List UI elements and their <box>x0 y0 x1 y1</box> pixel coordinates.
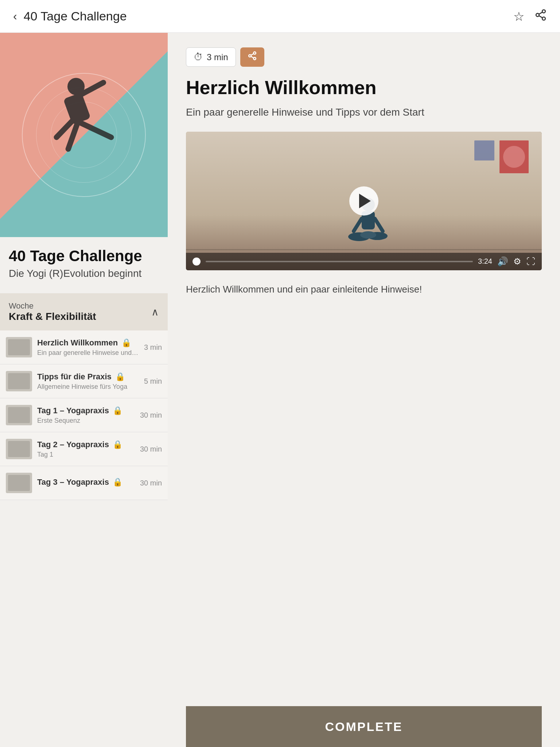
yoga-figure <box>44 75 124 184</box>
svg-line-22 <box>375 218 383 231</box>
header-right: ☆ <box>513 9 547 24</box>
left-title: 40 Tage Challenge <box>9 247 159 265</box>
course-info: Tipps für die Praxis 🔒 Allgemeine Hinwei… <box>37 372 139 391</box>
progress-dot[interactable] <box>192 258 201 266</box>
lock-icon: 🔒 <box>113 440 122 449</box>
list-item[interactable]: Herzlich Willkommen 🔒 Ein paar generelle… <box>0 330 168 364</box>
left-info: 40 Tage Challenge Die Yogi (R)Evolution … <box>0 237 168 286</box>
svg-line-14 <box>251 57 253 58</box>
volume-icon[interactable]: 🔊 <box>497 256 508 267</box>
svg-line-21 <box>354 218 362 231</box>
svg-line-3 <box>539 16 542 18</box>
course-name: Tag 2 – Yogapraxis 🔒 <box>37 440 135 449</box>
course-name: Herzlich Willkommen 🔒 <box>37 338 139 348</box>
course-desc: Ein paar generelle Hinweise und Tipps vo… <box>37 349 139 357</box>
svg-line-9 <box>78 122 111 138</box>
progress-bar[interactable] <box>206 261 473 262</box>
course-thumbnail <box>6 439 32 459</box>
header-left: ‹ 40 Tage Challenge <box>13 9 127 23</box>
left-subtitle: Die Yogi (R)Evolution beginnt <box>9 268 159 279</box>
header-title: 40 Tage Challenge <box>24 9 127 23</box>
link-icon <box>248 51 257 63</box>
main-layout: 40 Tage Challenge Die Yogi (R)Evolution … <box>0 33 560 747</box>
course-thumbnail <box>6 473 32 493</box>
lock-icon: 🔒 <box>115 372 125 382</box>
course-duration: 30 min <box>140 445 162 453</box>
course-desc: Erste Sequenz <box>37 417 135 425</box>
course-thumbnail <box>6 405 32 425</box>
complete-button[interactable]: COMPLETE <box>186 706 542 747</box>
settings-icon[interactable]: ⚙ <box>513 256 521 267</box>
lock-icon: 🔒 <box>121 338 131 348</box>
lock-icon: 🔒 <box>113 406 122 415</box>
course-name: Tag 1 – Yogapraxis 🔒 <box>37 406 135 415</box>
list-item[interactable]: Tag 2 – Yogapraxis 🔒 Tag 1 30 min <box>0 432 168 466</box>
week-section[interactable]: Woche Kraft & Flexibilität ∧ <box>0 293 168 330</box>
clock-icon: ⏱ <box>194 51 203 63</box>
duration-label: 3 min <box>207 52 228 62</box>
fullscreen-icon[interactable]: ⛶ <box>526 256 535 267</box>
back-button[interactable]: ‹ <box>13 9 17 23</box>
course-info: Tag 1 – Yogapraxis 🔒 Erste Sequenz <box>37 406 135 425</box>
time-label: 3:24 <box>478 257 492 266</box>
course-duration: 3 min <box>144 343 162 352</box>
course-info: Tag 3 – Yogapraxis 🔒 <box>37 477 135 488</box>
lock-icon: 🔒 <box>113 477 122 487</box>
duration-badge: ⏱ 3 min <box>186 47 236 67</box>
room-artwork <box>499 140 529 173</box>
course-desc: Allgemeine Hinweise fürs Yoga <box>37 383 139 391</box>
svg-line-15 <box>251 54 253 55</box>
spacer <box>186 311 542 706</box>
list-item[interactable]: Tag 3 – Yogapraxis 🔒 30 min <box>0 466 168 500</box>
week-title: Kraft & Flexibilität <box>9 311 96 322</box>
course-thumbnail <box>6 337 32 357</box>
svg-point-20 <box>360 231 376 239</box>
hero-image <box>0 33 168 237</box>
header: ‹ 40 Tage Challenge ☆ <box>0 0 560 33</box>
right-title: Herzlich Willkommen <box>186 77 542 99</box>
left-panel: 40 Tage Challenge Die Yogi (R)Evolution … <box>0 33 168 747</box>
complete-area: COMPLETE <box>186 706 542 747</box>
right-body-text: Herzlich Willkommen und ein paar einleit… <box>186 282 542 297</box>
share-icon[interactable] <box>534 9 547 24</box>
course-desc: Tag 1 <box>37 451 135 458</box>
room-artwork-small <box>474 140 494 160</box>
week-label: Woche <box>9 301 96 311</box>
right-panel: ⏱ 3 min Herzlich Willkommen Ein paar gen… <box>168 33 560 747</box>
play-triangle-icon <box>359 194 371 208</box>
list-item[interactable]: Tag 1 – Yogapraxis 🔒 Erste Sequenz 30 mi… <box>0 398 168 432</box>
course-name: Tag 3 – Yogapraxis 🔒 <box>37 477 135 487</box>
link-badge[interactable] <box>240 47 264 67</box>
video-controls: 3:24 🔊 ⚙ ⛶ <box>186 253 542 270</box>
svg-line-4 <box>539 12 542 14</box>
chevron-up-icon[interactable]: ∧ <box>151 306 159 318</box>
course-duration: 30 min <box>140 479 162 487</box>
video-player[interactable]: 3:24 🔊 ⚙ ⛶ <box>186 132 542 270</box>
course-duration: 30 min <box>140 411 162 419</box>
right-description: Ein paar generelle Hinweise und Tipps vo… <box>186 105 542 120</box>
course-info: Herzlich Willkommen 🔒 Ein paar generelle… <box>37 338 139 357</box>
course-name: Tipps für die Praxis 🔒 <box>37 372 139 382</box>
course-duration: 5 min <box>144 377 162 386</box>
bookmark-icon[interactable]: ☆ <box>513 9 524 24</box>
week-info: Woche Kraft & Flexibilität <box>9 301 96 322</box>
top-badges: ⏱ 3 min <box>186 47 542 67</box>
course-thumbnail <box>6 371 32 391</box>
play-button[interactable] <box>349 186 378 216</box>
course-info: Tag 2 – Yogapraxis 🔒 Tag 1 <box>37 440 135 458</box>
course-list: Herzlich Willkommen 🔒 Ein paar generelle… <box>0 330 168 500</box>
list-item[interactable]: Tipps für die Praxis 🔒 Allgemeine Hinwei… <box>0 364 168 398</box>
